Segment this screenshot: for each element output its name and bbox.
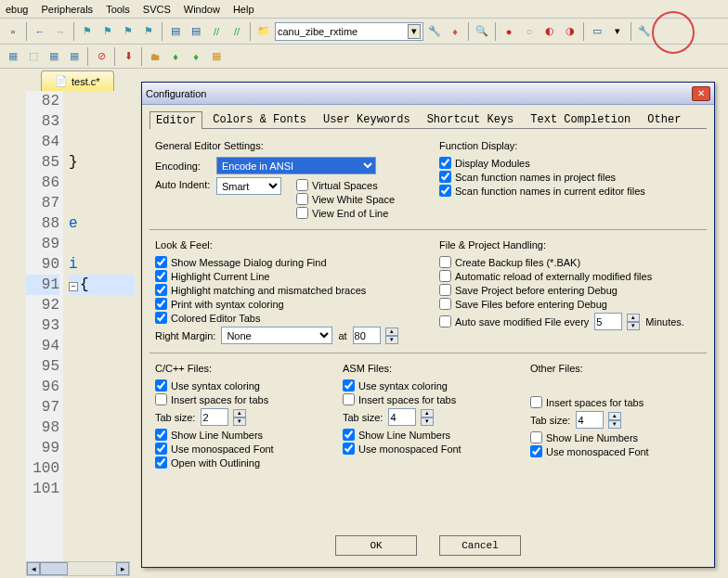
batch-build-icon[interactable]: ▦: [65, 47, 84, 66]
menu-svcs[interactable]: SVCS: [143, 4, 171, 15]
spin-buttons[interactable]: ▴▾: [608, 412, 621, 429]
tab-colors-fonts[interactable]: Colors & Fonts: [206, 110, 313, 128]
other-mono-checkbox[interactable]: Use monospaced Font: [530, 445, 701, 457]
asm-linenum-checkbox[interactable]: Show Line Numbers: [343, 429, 514, 441]
bookmark-icon[interactable]: ⚑: [78, 22, 97, 41]
download-icon[interactable]: ⬇: [119, 47, 137, 66]
bookmark-clear-icon[interactable]: ⚑: [139, 22, 158, 41]
c-outline-checkbox[interactable]: Open with Outlining: [155, 456, 326, 469]
other-spaces-checkbox[interactable]: Insert spaces for tabs: [530, 396, 701, 408]
spin-buttons[interactable]: ▴▾: [627, 314, 640, 330]
manage-icon[interactable]: ♦: [446, 22, 464, 41]
build-all-icon[interactable]: ▦: [45, 47, 63, 66]
autoindent-select[interactable]: Smart: [216, 177, 281, 195]
breakpoint-del-icon[interactable]: ◐: [540, 22, 559, 41]
virtual-spaces-checkbox[interactable]: Virtual Spaces: [296, 179, 395, 191]
highlight-braces-checkbox[interactable]: Highlight matching and mismatched braces: [155, 284, 417, 296]
placeholder-icon[interactable]: ▫: [4, 22, 22, 41]
tab-user-keywords[interactable]: User Keywords: [317, 110, 417, 128]
save-files-checkbox[interactable]: Save Files before entering Debug: [439, 298, 701, 310]
c-tabsize-input[interactable]: [201, 408, 228, 426]
chevron-down-icon[interactable]: ▾: [408, 24, 421, 39]
right-margin-at-input[interactable]: [353, 327, 381, 344]
save-project-checkbox[interactable]: Save Project before entering Debug: [439, 284, 701, 296]
scroll-left-icon[interactable]: ◂: [27, 562, 40, 575]
show-msg-find-checkbox[interactable]: Show Message Dialog during Find: [155, 256, 417, 268]
create-backup-checkbox[interactable]: Create Backup files (*.BAK): [439, 256, 701, 268]
spin-buttons[interactable]: ▴▾: [385, 328, 398, 344]
fold-icon[interactable]: −: [69, 282, 78, 291]
other-tabsize-input[interactable]: [576, 411, 604, 429]
target-opts-icon[interactable]: 🔧: [425, 22, 444, 41]
right-margin-select[interactable]: None: [221, 327, 332, 344]
tab-text-completion[interactable]: Text Completion: [524, 110, 637, 128]
scan-current-checkbox[interactable]: Scan function names in current editor fi…: [439, 185, 701, 197]
c-linenum-checkbox[interactable]: Show Line Numbers: [155, 429, 326, 441]
bookmark-next-icon[interactable]: ⚑: [119, 22, 137, 41]
auto-reload-checkbox[interactable]: Automatic reload of externally modified …: [439, 270, 701, 282]
scroll-right-icon[interactable]: ▸: [116, 562, 129, 575]
view-eol-checkbox[interactable]: View End of Line: [296, 207, 395, 219]
forward-icon[interactable]: →: [51, 22, 70, 41]
asm-tabsize-input[interactable]: [388, 408, 416, 426]
rebuild-icon[interactable]: ⬚: [24, 47, 43, 66]
debug-icon[interactable]: 🔍: [473, 22, 491, 41]
display-modules-checkbox[interactable]: Display Modules: [439, 157, 701, 169]
tab-shortcut-keys[interactable]: Shortcut Keys: [421, 110, 521, 128]
breakpoint-delall-icon[interactable]: ◑: [561, 22, 579, 41]
tab-other[interactable]: Other: [641, 110, 687, 128]
dropdown-icon[interactable]: ▾: [608, 22, 627, 41]
menu-tools[interactable]: Tools: [106, 4, 130, 15]
cancel-button[interactable]: Cancel: [439, 535, 521, 556]
tab-editor[interactable]: Editor: [150, 111, 202, 129]
c-syntax-checkbox[interactable]: Use syntax coloring: [155, 379, 326, 392]
code-column[interactable]: } e i −{: [65, 91, 135, 578]
outdent-icon[interactable]: ▤: [187, 22, 205, 41]
options2-icon[interactable]: ♦: [187, 47, 205, 66]
build-icon[interactable]: ▦: [4, 47, 22, 66]
asm-mono-checkbox[interactable]: Use monospaced Font: [343, 443, 514, 455]
back-icon[interactable]: ←: [31, 22, 49, 41]
view-whitespace-checkbox[interactable]: View White Space: [296, 193, 395, 205]
other-linenum-checkbox[interactable]: Show Line Numbers: [530, 431, 701, 443]
find-icon[interactable]: 📁: [254, 22, 273, 41]
comment-icon[interactable]: //: [207, 22, 226, 41]
project-target-combo[interactable]: canu_zibe_rxtime ▾: [275, 22, 423, 41]
menu-debug[interactable]: ebug: [6, 4, 28, 15]
spin-buttons[interactable]: ▴▾: [233, 409, 246, 426]
uncomment-icon[interactable]: //: [228, 22, 246, 41]
folder-icon[interactable]: 🖿: [146, 47, 164, 66]
stop-build-icon[interactable]: ⊘: [92, 47, 110, 66]
scroll-thumb[interactable]: [40, 562, 68, 575]
indent-icon[interactable]: ▤: [166, 22, 185, 41]
spin-buttons[interactable]: ▴▾: [421, 409, 434, 426]
c-spaces-checkbox[interactable]: Insert spaces for tabs: [155, 393, 326, 405]
menu-window[interactable]: Window: [184, 4, 220, 15]
editor-file-tab[interactable]: 📄 test.c*: [41, 71, 114, 91]
menu-peripherals[interactable]: Peripherals: [41, 4, 93, 15]
close-icon[interactable]: ✕: [692, 86, 710, 101]
window-icon[interactable]: ▭: [588, 22, 606, 41]
dialog-titlebar[interactable]: Configuration ✕: [142, 83, 714, 105]
colored-tabs-checkbox[interactable]: Colored Editor Tabs: [155, 312, 417, 324]
c-mono-checkbox[interactable]: Use monospaced Font: [155, 443, 326, 455]
at-label: at: [338, 330, 346, 341]
scan-project-checkbox[interactable]: Scan function names in project files: [439, 171, 701, 183]
manage2-icon[interactable]: ▦: [207, 47, 226, 66]
asm-syntax-checkbox[interactable]: Use syntax coloring: [343, 379, 514, 392]
breakpoint-icon[interactable]: ●: [500, 22, 518, 41]
asm-spaces-checkbox[interactable]: Insert spaces for tabs: [343, 393, 514, 405]
configure-icon[interactable]: 🔧: [635, 22, 654, 41]
options-icon[interactable]: ♦: [166, 47, 185, 66]
bookmark-prev-icon[interactable]: ⚑: [98, 22, 117, 41]
ok-button[interactable]: OK: [335, 535, 417, 556]
print-syntax-checkbox[interactable]: Print with syntax coloring: [155, 298, 417, 310]
auto-save-checkbox[interactable]: Auto save modified File every: [439, 315, 589, 328]
encoding-select[interactable]: Encode in ANSI: [216, 157, 376, 174]
highlight-line-checkbox[interactable]: Highlight Current Line: [155, 270, 417, 282]
menu-help[interactable]: Help: [233, 4, 254, 15]
horizontal-scrollbar[interactable]: ◂ ▸: [26, 561, 130, 576]
dialog-tabs: Editor Colors & Fonts User Keywords Shor…: [142, 105, 714, 128]
auto-save-minutes-input[interactable]: [594, 313, 622, 330]
breakpoint-disable-icon[interactable]: ○: [520, 22, 539, 41]
